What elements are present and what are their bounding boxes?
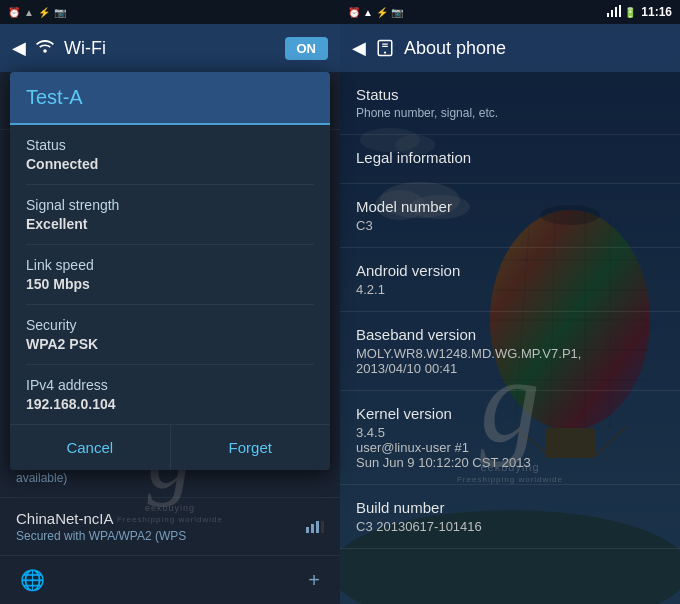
settings-item-legal[interactable]: Legal information xyxy=(340,135,680,184)
build-value: C3 20130617-101416 xyxy=(356,519,664,534)
right-back-icon[interactable]: ◀ xyxy=(352,37,366,59)
svg-rect-32 xyxy=(615,7,617,17)
dialog-body: Status Connected Signal strength Excelle… xyxy=(10,125,330,424)
right-alarm-icon: ⏰ xyxy=(348,7,360,18)
settings-item-baseband[interactable]: Baseband version MOLY.WR8.W1248.MD.WG.MP… xyxy=(340,312,680,391)
wifi-nav-icon xyxy=(36,39,54,57)
android-value: 4.2.1 xyxy=(356,282,664,297)
dialog-linkspeed-value: 150 Mbps xyxy=(26,276,314,292)
svg-rect-37 xyxy=(382,46,388,47)
svg-point-35 xyxy=(384,51,386,53)
svg-rect-5 xyxy=(306,527,309,533)
settings-item-status[interactable]: Status Phone number, signal, etc. xyxy=(340,72,680,135)
svg-rect-33 xyxy=(619,5,621,17)
dialog-security-value: WPA2 PSK xyxy=(26,336,314,352)
settings-item-build[interactable]: Build number C3 20130617-101416 xyxy=(340,485,680,549)
dialog-status-value: Connected xyxy=(26,156,314,172)
list-item-chinanet[interactable]: ChinaNet-ncIA Secured with WPA/WPA2 (WPS xyxy=(0,498,340,556)
dialog-linkspeed-label: Link speed xyxy=(26,257,314,273)
dialog-security-label: Security xyxy=(26,317,314,333)
left-top-bar: ◀ Wi-Fi ON xyxy=(0,24,340,72)
status-subtitle: Phone number, signal, etc. xyxy=(356,106,664,120)
right-alert-icon: ▲ xyxy=(363,7,373,18)
right-network-icons: 🔋 xyxy=(607,5,636,19)
right-top-bar: ◀ About phone xyxy=(340,24,680,72)
svg-rect-7 xyxy=(316,521,319,533)
dialog-status-label: Status xyxy=(26,137,314,153)
settings-list: Status Phone number, signal, etc. Legal … xyxy=(340,72,680,604)
dialog-title: Test-A xyxy=(26,86,314,109)
wifi-chinanet-signal-icon xyxy=(306,517,324,536)
dialog-actions: Cancel Forget xyxy=(10,424,330,470)
dialog-ipv4-label: IPv4 address xyxy=(26,377,314,393)
settings-item-android[interactable]: Android version 4.2.1 xyxy=(340,248,680,312)
wifi-toggle[interactable]: ON xyxy=(285,37,329,60)
svg-rect-31 xyxy=(611,10,613,17)
wifi-alert-icon: ▲ xyxy=(24,7,34,18)
back-icon[interactable]: ◀ xyxy=(12,37,26,59)
model-title: Model number xyxy=(356,198,664,215)
dialog-status-row: Status Connected xyxy=(26,125,314,185)
right-status-bar: ⏰ ▲ ⚡ 📷 🔋 11:16 xyxy=(340,0,680,24)
svg-rect-6 xyxy=(311,524,314,533)
globe-icon[interactable]: 🌐 xyxy=(20,568,45,592)
settings-item-kernel[interactable]: Kernel version 3.4.5 user@linux-user #1 … xyxy=(340,391,680,485)
svg-rect-30 xyxy=(607,13,609,17)
right-usb-icon: ⚡ xyxy=(376,7,388,18)
wifi-detail-dialog: Test-A Status Connected Signal strength … xyxy=(10,72,330,470)
right-nav-title: About phone xyxy=(404,38,506,59)
dialog-signal-value: Excellent xyxy=(26,216,314,232)
android-title: Android version xyxy=(356,262,664,279)
right-panel: ⏰ ▲ ⚡ 📷 🔋 11:16 ◀ xyxy=(340,0,680,604)
left-status-bar: ⏰ ▲ ⚡ 📷 xyxy=(0,0,340,24)
signal-icon xyxy=(607,5,621,19)
right-status-icons: ⏰ ▲ ⚡ 📷 xyxy=(348,7,403,18)
svg-rect-8 xyxy=(321,521,324,533)
screenshot-icon: 📷 xyxy=(54,7,66,18)
right-screenshot-icon: 📷 xyxy=(391,7,403,18)
baseband-value: MOLY.WR8.W1248.MD.WG.MP.V7.P1, 2013/04/1… xyxy=(356,346,664,376)
add-network-icon[interactable]: + xyxy=(308,569,320,592)
time-display: 11:16 xyxy=(641,5,672,19)
usb-icon: ⚡ xyxy=(38,7,50,18)
wifi-chinanet-name: ChinaNet-ncIA xyxy=(16,510,186,527)
svg-point-0 xyxy=(43,49,47,53)
build-title: Build number xyxy=(356,499,664,516)
below-dialog-items: available) ChinaNet-ncIA Secured with WP… xyxy=(0,457,340,556)
left-status-icons: ⏰ ▲ ⚡ 📷 xyxy=(8,7,66,18)
wifi-available-info: available) xyxy=(16,469,67,485)
left-bottom-bar: 🌐 + xyxy=(0,556,340,604)
svg-rect-36 xyxy=(382,44,388,45)
dialog-security-row: Security WPA2 PSK xyxy=(26,305,314,365)
settings-item-model[interactable]: Model number C3 xyxy=(340,184,680,248)
about-phone-icon xyxy=(376,39,394,57)
baseband-title: Baseband version xyxy=(356,326,664,343)
kernel-value: 3.4.5 user@linux-user #1 Sun Jun 9 10:12… xyxy=(356,425,664,470)
dialog-signal-row: Signal strength Excellent xyxy=(26,185,314,245)
left-nav-title: Wi-Fi xyxy=(64,38,275,59)
cancel-button[interactable]: Cancel xyxy=(10,425,171,470)
dialog-linkspeed-row: Link speed 150 Mbps xyxy=(26,245,314,305)
right-content: ⏰ ▲ ⚡ 📷 🔋 11:16 ◀ xyxy=(340,0,680,604)
battery-icon: 🔋 xyxy=(624,7,636,18)
forget-button[interactable]: Forget xyxy=(171,425,331,470)
dialog-signal-label: Signal strength xyxy=(26,197,314,213)
legal-title: Legal information xyxy=(356,149,664,166)
dialog-header: Test-A xyxy=(10,72,330,125)
alarm-icon: ⏰ xyxy=(8,7,20,18)
wifi-chinanet-status: Secured with WPA/WPA2 (WPS xyxy=(16,529,186,543)
left-panel: ⏰ ▲ ⚡ 📷 ◀ Wi-Fi ON Test-A Connected xyxy=(0,0,340,604)
kernel-title: Kernel version xyxy=(356,405,664,422)
dialog-ipv4-value: 192.168.0.104 xyxy=(26,396,314,412)
model-value: C3 xyxy=(356,218,664,233)
status-title: Status xyxy=(356,86,664,103)
dialog-ipv4-row: IPv4 address 192.168.0.104 xyxy=(26,365,314,424)
wifi-chinanet-info: ChinaNet-ncIA Secured with WPA/WPA2 (WPS xyxy=(16,510,186,543)
wifi-available-label: available) xyxy=(16,471,67,485)
